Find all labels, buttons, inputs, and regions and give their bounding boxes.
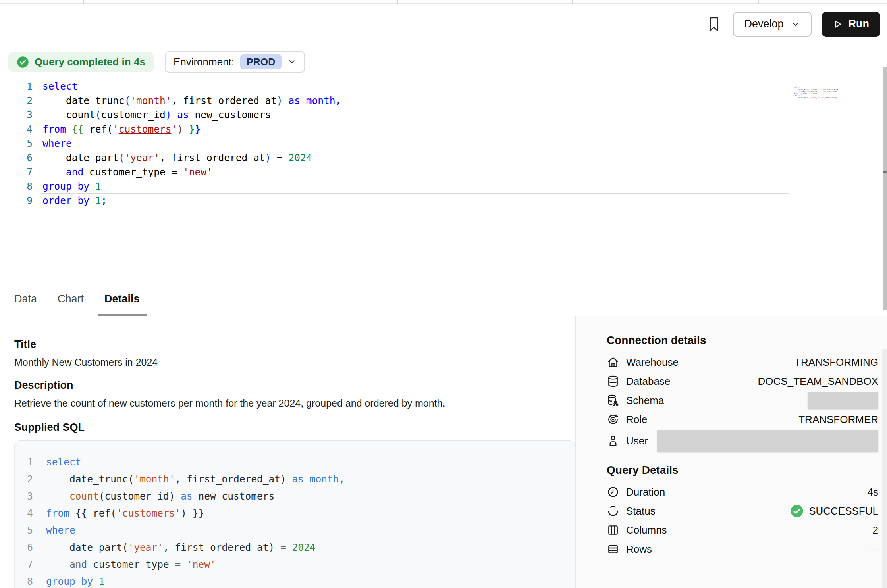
redacted-value (808, 392, 878, 409)
bookmark-icon (708, 17, 720, 32)
code-line: 8group by 1 (19, 573, 575, 588)
row-label: Rows (626, 543, 652, 555)
code-line: 4from {{ ref('customers') }} (19, 505, 575, 522)
row-value: --- (868, 543, 878, 555)
row-rows: Rows --- (607, 540, 878, 559)
tab-divider (397, 0, 398, 4)
query-details-heading: Query Details (607, 463, 878, 477)
environment-label: Environment: (174, 56, 234, 68)
environment-value-badge: PROD (240, 54, 282, 69)
query-status-pill: Query completed in 4s (8, 52, 154, 72)
line-number: 6 (19, 539, 33, 556)
row-duration: Duration 4s (607, 482, 878, 502)
tab-chart[interactable]: Chart (58, 282, 84, 316)
connection-details-panel: Connection details Warehouse TRANSFORMIN… (575, 316, 887, 588)
editor-minimap[interactable]: 1select2 date_trunc('month', first_order… (794, 81, 838, 99)
line-number: 6 (0, 151, 33, 165)
develop-label: Develop (744, 18, 783, 30)
line-number: 8 (0, 179, 33, 194)
row-columns: Columns 2 (607, 521, 878, 540)
user-icon (607, 434, 619, 447)
top-tab-strip (0, 0, 887, 4)
status-text: SUCCESSFUL (809, 505, 878, 517)
row-warehouse: Warehouse TRANSFORMING (607, 353, 878, 372)
sql-editor[interactable]: 1select2 date_trunc('month', first_order… (0, 79, 887, 282)
line-number: 2 (0, 94, 33, 108)
line-number: 3 (19, 488, 33, 505)
database-icon (607, 375, 619, 388)
title-heading: Title (14, 338, 575, 351)
title-value: Monthly New Customers in 2024 (14, 356, 575, 369)
bookmark-button[interactable] (705, 15, 723, 33)
header-bar: Develop Run (0, 4, 887, 44)
run-button[interactable]: Run (822, 12, 880, 37)
code-line: 7 and customer_type = 'new' (0, 165, 887, 179)
duration-clock-icon (607, 486, 619, 498)
line-number: 9 (0, 194, 33, 208)
tab-details[interactable]: Details (104, 282, 140, 316)
tab-divider (83, 0, 84, 4)
schema-icon (607, 394, 619, 407)
row-value: DOCS_TEAM_SANDBOX (758, 375, 878, 388)
code-line: 3 count(customer_id) as new_customers (0, 108, 887, 122)
ref-customers-link[interactable]: customers (119, 123, 172, 135)
rows-icon (607, 543, 619, 555)
line-number: 7 (0, 165, 33, 179)
editor-code[interactable]: 1select2 date_trunc('month', first_order… (0, 79, 887, 208)
row-label: Status (626, 505, 656, 517)
line-number: 7 (19, 556, 33, 573)
line-number: 8 (19, 573, 33, 588)
chevron-down-icon (287, 58, 296, 66)
chevron-down-icon (791, 19, 800, 29)
success-check-icon (790, 504, 804, 518)
results-tabs: Data Chart Details (0, 282, 887, 316)
scrollbar-track (882, 349, 887, 588)
environment-selector[interactable]: Environment: PROD (165, 51, 305, 73)
code-line: 2 date_trunc('month', first_ordered_at) … (19, 471, 575, 488)
query-status-bar: Query completed in 4s Environment: PROD (0, 44, 887, 79)
row-label: Database (626, 375, 670, 388)
row-value: 2 (873, 524, 878, 536)
row-label: Duration (626, 486, 665, 498)
status-spinner-icon (607, 505, 619, 517)
warehouse-icon (607, 356, 619, 369)
current-line-highlight (40, 193, 789, 208)
row-label: Role (626, 413, 647, 426)
row-value: TRANSFORMING (794, 356, 878, 369)
code-line: 5where (0, 136, 887, 151)
row-user: User (607, 429, 878, 453)
indent-guide (42, 152, 42, 193)
line-number: 1 (0, 79, 33, 94)
line-number: 4 (19, 505, 33, 522)
scrollbar[interactable] (883, 67, 887, 310)
line-number: 4 (0, 122, 33, 136)
redacted-value (657, 430, 878, 452)
row-label: Warehouse (626, 356, 679, 369)
query-metadata-panel: Title Monthly New Customers in 2024 Desc… (0, 316, 575, 588)
row-value: TRANSFORMER (798, 413, 878, 426)
supplied-sql-code: 1select2 date_trunc('month', first_order… (14, 440, 575, 588)
play-icon (833, 19, 843, 29)
description-heading: Description (14, 379, 575, 392)
app-window: Develop Run Query (0, 0, 887, 588)
tab-data[interactable]: Data (14, 282, 37, 316)
line-number: 5 (0, 136, 33, 151)
supplied-sql-heading: Supplied SQL (14, 421, 575, 434)
line-number: 5 (19, 522, 33, 539)
develop-dropdown[interactable]: Develop (733, 12, 811, 37)
tab-divider (572, 0, 573, 4)
tab-divider (758, 0, 759, 4)
code-line: 2 date_trunc('month', first_ordered_at) … (0, 94, 887, 108)
row-label: Schema (626, 394, 664, 407)
columns-icon (607, 524, 619, 536)
code-line: 7 and customer_type = 'new' (19, 556, 575, 573)
row-status: Status SUCCESSFUL (607, 502, 878, 521)
tab-divider (210, 0, 210, 4)
status-badge: SUCCESSFUL (790, 504, 878, 518)
description-value: Retrieve the count of new customers per … (14, 397, 575, 409)
code-line: 8group by 1 (0, 179, 887, 194)
code-line: 6 date_part('year', first_ordered_at) = … (0, 151, 887, 165)
code-line: 3 count(customer_id) as new_customers (19, 488, 575, 505)
line-number: 3 (0, 108, 33, 122)
row-label: User (626, 435, 648, 447)
